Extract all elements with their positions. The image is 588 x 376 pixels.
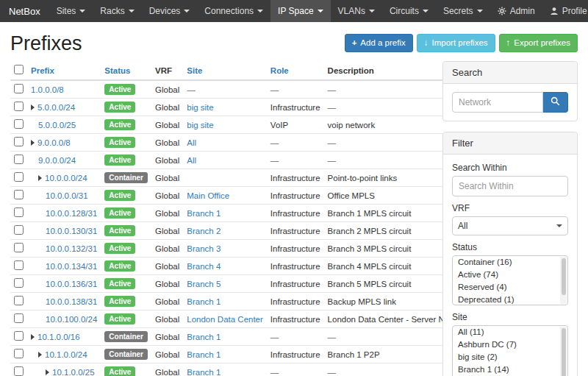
row-checkbox[interactable]	[14, 102, 24, 111]
status-multiselect[interactable]: Container (16) Active (74) Reserved (4) …	[452, 255, 568, 305]
nav-item-sites[interactable]: Sites	[49, 0, 93, 22]
sort-header-prefix[interactable]: Prefix	[31, 66, 54, 75]
table-row: 5.0.0.0/25 Active Global big site VoIP v…	[10, 116, 473, 134]
prefix-link[interactable]: 1.0.0.0/8	[31, 85, 64, 94]
role-cell: VoIP	[267, 116, 324, 134]
site-link[interactable]: —	[187, 85, 196, 94]
search-input[interactable]	[452, 92, 543, 113]
row-checkbox[interactable]	[14, 260, 24, 270]
site-link[interactable]: Main Office	[187, 191, 229, 200]
prefix-link[interactable]: 10.0.0.128/31	[46, 209, 97, 218]
prefix-link[interactable]: 10.0.0.130/31	[46, 227, 97, 235]
export-prefixes-button[interactable]: ↑ Export prefixes	[499, 34, 578, 52]
scrollbar[interactable]	[560, 257, 567, 304]
scrollbar[interactable]	[560, 327, 567, 376]
site-option[interactable]: Ashburn DC (7)	[453, 338, 567, 351]
site-link[interactable]: London Data Center	[187, 315, 263, 324]
prefix-link[interactable]: 10.0.0.136/31	[46, 280, 97, 288]
profile-link[interactable]: Profile	[542, 0, 588, 22]
nav-item-connections[interactable]: Connections	[197, 0, 270, 22]
site-link[interactable]: Branch 1	[187, 333, 220, 341]
row-checkbox[interactable]	[14, 155, 24, 164]
site-link[interactable]: Branch 5	[187, 280, 220, 288]
select-all-checkbox[interactable]	[14, 65, 24, 74]
row-checkbox[interactable]	[14, 331, 24, 341]
prefix-link[interactable]: 10.1.0.0/25	[52, 368, 95, 376]
brand-link[interactable]: NetBox	[0, 0, 49, 22]
row-checkbox[interactable]	[14, 278, 24, 288]
site-option[interactable]: All (11)	[453, 326, 567, 338]
row-checkbox[interactable]	[14, 296, 24, 305]
row-checkbox[interactable]	[14, 225, 24, 235]
row-checkbox[interactable]	[14, 84, 24, 93]
status-badge: Active	[104, 243, 135, 254]
nav-item-circuits[interactable]: Circuits	[382, 0, 436, 22]
search-panel-title: Search	[443, 62, 577, 84]
prefix-link[interactable]: 10.0.0.134/31	[46, 262, 97, 271]
site-link[interactable]: All	[187, 138, 196, 147]
status-option[interactable]: Reserved (4)	[453, 281, 567, 294]
nav-item-secrets[interactable]: Secrets	[436, 0, 490, 22]
site-multiselect[interactable]: All (11) Ashburn DC (7) big site (2) Bra…	[452, 325, 568, 376]
prefix-link[interactable]: 10.0.0.0/31	[46, 191, 88, 200]
prefixes-table: Prefix Status VRF Site Role Description …	[10, 61, 473, 376]
prefix-link[interactable]: 5.0.0.0/24	[37, 103, 75, 112]
prefix-link[interactable]: 9.0.0.0/8	[37, 138, 71, 147]
site-link[interactable]: Branch 4	[187, 262, 220, 271]
status-badge: Active	[104, 102, 135, 113]
site-link[interactable]: Branch 3	[187, 244, 220, 253]
expand-caret-icon	[38, 175, 42, 181]
prefix-link[interactable]: 10.0.0.0/24	[45, 174, 87, 182]
site-link[interactable]: Branch 1	[187, 209, 220, 218]
row-checkbox[interactable]	[14, 190, 24, 199]
prefix-link[interactable]: 10.1.0.0/24	[45, 350, 87, 359]
vrf-cell: Global	[151, 275, 183, 293]
prefix-link[interactable]: 9.0.0.0/24	[38, 156, 76, 165]
add-prefix-button[interactable]: + Add a prefix	[345, 34, 413, 52]
row-checkbox[interactable]	[14, 349, 24, 358]
row-checkbox[interactable]	[14, 207, 24, 217]
status-badge: Active	[104, 137, 135, 148]
site-link[interactable]: All	[187, 156, 196, 165]
row-checkbox[interactable]	[14, 313, 24, 323]
search-button[interactable]	[543, 92, 568, 113]
table-row: 10.0.0.130/31 Active Global Branch 2 Inf…	[10, 222, 473, 240]
prefix-link[interactable]: 10.1.0.0/16	[37, 333, 80, 341]
table-row: 10.0.0.132/31 Active Global Branch 3 Inf…	[10, 240, 473, 258]
prefix-link[interactable]: 10.0.0.138/31	[46, 297, 97, 306]
site-link[interactable]: big site	[187, 121, 213, 130]
sort-header-status[interactable]: Status	[104, 66, 130, 75]
site-link[interactable]: Branch 1	[187, 297, 220, 306]
row-checkbox[interactable]	[14, 366, 24, 376]
sort-header-site[interactable]: Site	[187, 66, 202, 75]
site-link[interactable]: Branch 2	[187, 227, 220, 235]
row-checkbox[interactable]	[14, 172, 24, 182]
search-within-input[interactable]	[452, 176, 568, 196]
row-checkbox[interactable]	[14, 137, 24, 146]
status-badge: Container	[104, 172, 148, 183]
status-option[interactable]: Deprecated (1)	[453, 294, 567, 305]
admin-link[interactable]: Admin	[490, 0, 542, 22]
import-prefixes-button[interactable]: ↓ Import prefixes	[417, 34, 495, 52]
row-checkbox[interactable]	[14, 119, 24, 129]
prefix-link[interactable]: 10.0.100.0/24	[46, 315, 97, 324]
status-option[interactable]: Container (16)	[453, 256, 567, 269]
site-link[interactable]: Branch 1	[187, 368, 220, 376]
prefix-link[interactable]: 5.0.0.0/25	[38, 121, 76, 130]
sort-header-role[interactable]: Role	[270, 66, 289, 75]
prefix-link[interactable]: 10.0.0.132/31	[46, 244, 97, 253]
table-row: 10.0.0.138/31 Active Global Branch 1 Inf…	[10, 293, 473, 311]
site-link[interactable]: Branch 1	[187, 350, 220, 359]
site-link[interactable]: big site	[187, 103, 213, 112]
role-cell: Infrastructure	[267, 293, 324, 311]
nav-item-vlans[interactable]: VLANs	[331, 0, 382, 22]
nav-item-devices[interactable]: Devices	[142, 0, 198, 22]
status-option[interactable]: Active (74)	[453, 269, 567, 281]
site-option[interactable]: Branch 1 (14)	[453, 363, 567, 376]
nav-item-racks[interactable]: Racks	[93, 0, 141, 22]
row-checkbox[interactable]	[14, 243, 24, 252]
plus-icon: +	[352, 38, 357, 49]
nav-item-ip-space[interactable]: IP Space	[270, 0, 330, 22]
vrf-select[interactable]: All	[452, 216, 568, 235]
site-option[interactable]: big site (2)	[453, 351, 567, 363]
